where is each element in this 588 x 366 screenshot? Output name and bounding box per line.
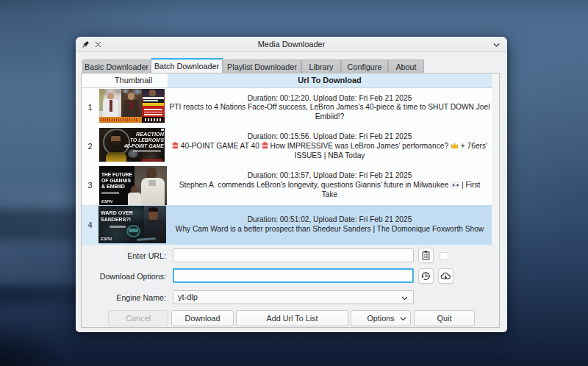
svg-text:40-POINT GAME: 40-POINT GAME <box>123 143 164 149</box>
svg-text:ESPN: ESPN <box>101 199 113 204</box>
svg-text:ESPN: ESPN <box>101 237 112 241</box>
svg-text:SANDERS?!: SANDERS?! <box>101 216 131 222</box>
svg-text:& EMBIID: & EMBIID <box>101 183 125 189</box>
svg-text:WARD OVER: WARD OVER <box>101 209 133 216</box>
